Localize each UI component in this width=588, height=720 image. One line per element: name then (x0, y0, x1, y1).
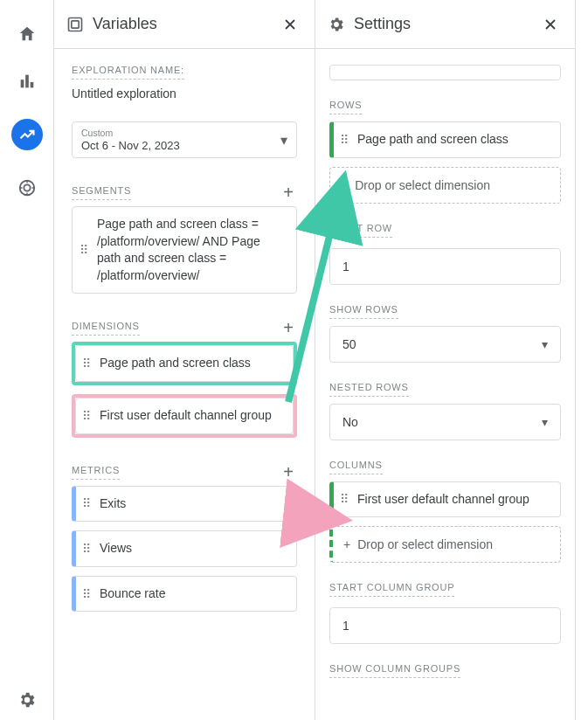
drop-slot-label: Drop or select dimension (357, 537, 493, 551)
metric-chip[interactable]: ⠿ Bounce rate (72, 576, 297, 613)
dimension-chip[interactable]: ⠿ First user default channel group (75, 398, 294, 434)
bar-chart-icon[interactable] (17, 72, 37, 91)
plus-icon: + (343, 537, 350, 551)
columns-label: COLUMNS (329, 460, 383, 474)
add-segment-button[interactable]: + (280, 179, 297, 206)
metric-text: Bounce rate (100, 585, 166, 603)
drag-handle-icon: ⠿ (82, 542, 91, 556)
drag-handle-icon: ⠿ (82, 409, 91, 423)
target-icon[interactable] (17, 178, 37, 197)
drag-handle-icon: ⠿ (340, 133, 349, 147)
segments-label: SEGMENTS (72, 185, 131, 200)
show-column-groups-label: SHOW COLUMN GROUPS (329, 663, 460, 678)
rows-drop-slot[interactable]: + Drop or select dimension (329, 167, 561, 204)
settings-title: Settings (354, 15, 529, 33)
variables-panel: Variables EXPLORATION NAME: Untitled exp… (54, 0, 315, 720)
svg-rect-1 (25, 75, 29, 88)
svg-rect-5 (69, 17, 82, 31)
explore-icon[interactable] (11, 119, 43, 150)
metric-text: Exits (100, 495, 126, 513)
drag-handle-icon: ⠿ (82, 496, 91, 510)
start-column-group-input[interactable] (329, 607, 561, 644)
left-icon-rail (0, 0, 54, 720)
svg-rect-6 (72, 20, 79, 27)
settings-body: ROWS ⠿ Page path and screen class + Drop… (315, 49, 575, 720)
home-icon[interactable] (17, 24, 37, 44)
exploration-name-input[interactable]: Untitled exploration (72, 87, 297, 100)
plus-icon: + (341, 178, 348, 192)
drop-slot-label: Drop or select dimension (355, 178, 490, 192)
variables-icon (66, 16, 84, 33)
row-dimension-text: Page path and screen class (357, 131, 508, 149)
variables-body: EXPLORATION NAME: Untitled exploration C… (54, 49, 315, 720)
dimension-text: Page path and screen class (100, 355, 251, 372)
metric-text: Views (100, 540, 132, 557)
highlight-dimension-1: ⠿ Page path and screen class (72, 342, 297, 385)
metrics-label: METRICS (72, 465, 120, 480)
date-range-picker[interactable]: Custom Oct 6 - Nov 2, 2023 ▾ (72, 121, 297, 158)
column-dimension-chip[interactable]: ⠿ First user default channel group (329, 481, 561, 518)
start-row-input[interactable] (329, 248, 561, 285)
nested-rows-select[interactable]: No ▾ (329, 404, 561, 440)
close-variables-button[interactable] (278, 12, 302, 37)
show-rows-value: 50 (342, 337, 356, 351)
settings-header: Settings (315, 0, 575, 49)
column-dimension-text: First user default channel group (357, 491, 529, 509)
columns-drop-slot[interactable]: + Drop or select dimension (329, 526, 561, 563)
svg-rect-2 (30, 82, 33, 87)
highlight-dimension-2: ⠿ First user default channel group (72, 394, 297, 438)
row-dimension-chip[interactable]: ⠿ Page path and screen class (329, 121, 561, 158)
date-custom-label: Custom (81, 128, 180, 138)
nested-rows-value: No (342, 415, 358, 429)
caret-down-icon: ▾ (542, 337, 548, 351)
close-settings-button[interactable] (538, 12, 563, 37)
svg-point-4 (24, 184, 30, 190)
settings-icon[interactable] (17, 690, 37, 710)
svg-rect-0 (20, 80, 24, 87)
caret-down-icon: ▾ (280, 132, 287, 149)
drag-handle-icon: ⠿ (340, 492, 349, 506)
dimension-text: First user default channel group (100, 407, 272, 425)
segment-text: Page path and screen class = /platform/o… (97, 216, 286, 284)
segment-chip[interactable]: ⠿ Page path and screen class = /platform… (72, 206, 297, 294)
dimension-chip[interactable]: ⠿ Page path and screen class (75, 345, 294, 382)
drag-handle-icon: ⠿ (82, 357, 91, 370)
variables-header: Variables (54, 0, 315, 49)
gear-icon (328, 16, 345, 33)
variables-title: Variables (93, 15, 269, 33)
drag-handle-icon: ⠿ (82, 587, 91, 601)
add-dimension-button[interactable]: + (280, 315, 297, 342)
caret-down-icon: ▾ (542, 415, 548, 429)
dimensions-label: DIMENSIONS (72, 321, 140, 336)
start-row-label: START ROW (329, 223, 392, 238)
metric-chip[interactable]: ⠿ Views (72, 530, 297, 567)
show-rows-select[interactable]: 50 ▾ (329, 326, 561, 363)
rows-label: ROWS (329, 100, 362, 114)
add-metric-button[interactable]: + (280, 459, 297, 486)
settings-panel: Settings ROWS ⠿ Page path and screen cla… (315, 0, 576, 720)
show-rows-label: SHOW ROWS (329, 304, 398, 319)
collapsed-section[interactable] (329, 65, 561, 80)
metric-chip[interactable]: ⠿ Exits (72, 486, 297, 523)
exploration-name-label: EXPLORATION NAME: (72, 65, 184, 80)
date-range-value: Oct 6 - Nov 2, 2023 (81, 139, 180, 152)
start-column-group-label: START COLUMN GROUP (329, 582, 454, 597)
nested-rows-label: NESTED ROWS (329, 382, 409, 397)
drag-handle-icon: ⠿ (80, 243, 88, 257)
